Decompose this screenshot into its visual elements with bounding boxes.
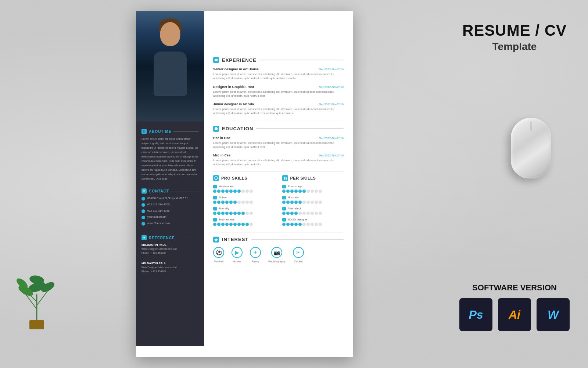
resume-cv-title: RESUME / CV xyxy=(462,22,567,39)
right-panel: RESUME / CV Template xyxy=(459,22,570,53)
dot-filled xyxy=(290,223,294,226)
education-items: Bsc in Cse Sep2012-Nov2010 Lorem ipsum d… xyxy=(213,136,344,167)
education-item: Msc in Cse Sep2012-Nov2010 Lorem ipsum d… xyxy=(213,153,344,167)
interest-title: INTEREST xyxy=(222,237,248,242)
education-line xyxy=(256,128,344,129)
dot-empty xyxy=(319,223,322,226)
software-title: SOFTWARE VERSION xyxy=(459,283,570,293)
interest-item: ✈ Flying xyxy=(250,247,261,263)
per-skills-icon xyxy=(282,175,288,181)
skill-dots xyxy=(282,190,344,193)
email-icon xyxy=(141,216,145,219)
software-section: SOFTWARE VERSION Ps Ai W xyxy=(459,283,570,331)
dot-empty xyxy=(319,190,322,193)
exp-date: Sep2012-Nov2010 xyxy=(319,85,344,89)
skill-name: Friendly xyxy=(213,207,275,210)
edu-body: Lorem ipsum dolor sit amet, consectetur … xyxy=(213,158,344,167)
skill-dots xyxy=(282,212,344,215)
interest-item: ⚽ Football xyxy=(213,247,224,263)
interest-header: INTEREST xyxy=(213,237,344,243)
dot-empty xyxy=(250,223,253,226)
svg-rect-6 xyxy=(29,320,44,329)
experience-item: Designer in Graphic Front Sep2012-Nov201… xyxy=(213,85,344,98)
mouse-container xyxy=(511,118,551,178)
skill-item: Illustrator xyxy=(282,196,344,204)
dot-filled xyxy=(225,212,229,215)
dot-filled xyxy=(217,212,220,215)
template-subtitle: Template xyxy=(492,41,537,53)
contact-phone2-item: 012 513 314 3335 xyxy=(141,209,198,213)
contact-phone2: 012 513 314 3335 xyxy=(147,209,169,213)
skill-name: 2D/3D designe xyxy=(282,218,344,222)
dot-empty xyxy=(315,212,318,215)
dot-filled xyxy=(229,201,233,204)
dot-empty xyxy=(319,212,322,215)
skill-dots xyxy=(282,223,344,226)
exp-title: Senior designer in Art House xyxy=(213,67,259,71)
dot-filled xyxy=(213,212,216,215)
ps-icon: Ps xyxy=(459,298,492,331)
about-section: 👤 ABOUT ME Lorem ipsum dolor sit amet, c… xyxy=(141,129,198,181)
skill-icon xyxy=(213,196,217,199)
skill-icon xyxy=(282,196,286,199)
interest-icon-circle: ▶ xyxy=(232,247,243,258)
skill-icon xyxy=(282,185,286,188)
education-item: Bsc in Cse Sep2012-Nov2010 Lorem ipsum d… xyxy=(213,136,344,149)
ai-label: Ai xyxy=(509,308,520,322)
dot-empty xyxy=(241,190,245,193)
skill-icon xyxy=(213,185,217,188)
experience-header: EXPERIENCE xyxy=(213,57,344,63)
edu-date: Sep2012-Nov2010 xyxy=(319,137,344,140)
contact-address-item: 00/000 Canal St,Newyork 012 51 xyxy=(141,197,198,201)
dot-filled xyxy=(229,190,233,193)
dot-filled xyxy=(237,223,241,226)
skill-name: Illustrator xyxy=(282,196,344,199)
skill-name: Truthfulness xyxy=(213,218,275,222)
skill-name: After efect xyxy=(282,207,344,210)
dot-filled xyxy=(241,223,245,226)
dot-filled xyxy=(233,201,237,204)
dot-empty xyxy=(315,223,318,226)
education-icon xyxy=(213,126,219,132)
ref2-name: MD.DASTIN PAUL xyxy=(141,262,198,265)
education-title: EDUCATION xyxy=(222,126,253,131)
dot-empty xyxy=(250,212,253,215)
skill-item: Hardworker xyxy=(213,185,275,193)
dot-empty xyxy=(250,190,253,193)
dot-filled xyxy=(282,212,286,215)
per-skills-title: PER SKILLS xyxy=(290,176,316,180)
per-skills-header: PER SKILLS xyxy=(282,175,344,181)
edu-title: Msc in Cse xyxy=(213,153,230,157)
dot-empty xyxy=(311,223,314,226)
dot-filled xyxy=(233,223,237,226)
dot-filled xyxy=(286,201,290,204)
interest-items: ⚽ Football ▶ Movies ✈ Flying 📷 Phothogra… xyxy=(213,247,344,263)
head xyxy=(160,22,180,46)
skill-name: Active xyxy=(213,196,275,199)
reference-title: ★ REFERENCE xyxy=(141,235,198,240)
dot-filled xyxy=(294,223,298,226)
dot-filled xyxy=(298,190,302,193)
interest-item: 📷 Phothography xyxy=(268,247,286,263)
interest-item: ▶ Movies xyxy=(232,247,243,263)
about-title: 👤 ABOUT ME xyxy=(141,129,198,134)
exp-date: Sep2012-Nov2010 xyxy=(319,103,344,106)
ref1-name: MD.DASTIN PAUL xyxy=(141,243,198,247)
dot-empty xyxy=(315,201,318,204)
interest-label: Cricket xyxy=(294,260,302,263)
dot-filled xyxy=(221,223,225,226)
dot-filled xyxy=(245,223,249,226)
plant-decoration xyxy=(15,258,59,331)
skills-row: PRO SKILLS Hardworker Active Fr xyxy=(213,175,344,229)
svg-line-9 xyxy=(37,291,48,305)
photo-section xyxy=(136,11,204,121)
skill-dots xyxy=(213,190,275,193)
ref1-phone: Phone : +123 456789 xyxy=(141,251,198,255)
dot-filled xyxy=(298,223,302,226)
dot-filled xyxy=(286,212,290,215)
page-wrapper: "At mei meis homoero accusam.quas accums… xyxy=(0,0,588,368)
dot-filled xyxy=(286,190,290,193)
interest-icon-circle: ✈ xyxy=(250,247,261,258)
education-header: EDUCATION xyxy=(213,126,344,132)
skill-item: Truthfulness xyxy=(213,218,275,226)
